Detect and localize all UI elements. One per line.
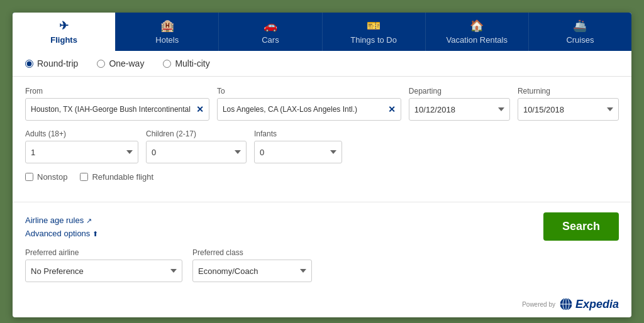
tabs-bar: ✈ Flights 🏨 Hotels 🚗 Cars 🎫 Things to Do… xyxy=(13,13,631,51)
cars-icon: 🚗 xyxy=(264,19,277,33)
from-input-wrapper[interactable]: ✕ xyxy=(25,98,209,121)
expedia-name: Expedia xyxy=(575,298,619,311)
things-icon: 🎫 xyxy=(367,19,380,33)
links-search-row: Airline age rules ↗ Advanced options ⬆ S… xyxy=(13,209,631,244)
oneway-radio[interactable] xyxy=(97,60,105,68)
rentals-icon: 🏠 xyxy=(470,19,484,33)
search-button[interactable]: Search xyxy=(543,212,619,241)
preferred-airline-group: Preferred airline No Preference American… xyxy=(25,248,182,282)
tab-cars[interactable]: 🚗 Cars xyxy=(219,13,322,51)
adults-select[interactable]: 12345 xyxy=(25,141,138,163)
tab-hotels-label: Hotels xyxy=(155,35,179,45)
children-field-group: Children (2-17) 0123 xyxy=(146,129,247,163)
advanced-form-row: Preferred airline No Preference American… xyxy=(25,248,619,282)
returning-field-group: Returning 10/15/2018 xyxy=(518,87,619,121)
tab-flights[interactable]: ✈ Flights xyxy=(13,13,116,51)
location-row: From ✕ To ✕ Departing 10/12/2018 xyxy=(25,87,619,121)
nonstop-checkbox[interactable] xyxy=(25,173,33,181)
to-field-group: To ✕ xyxy=(217,87,401,121)
departing-label: Departing xyxy=(409,87,510,96)
preferred-class-group: Preferred class Economy/Coach Premium Ec… xyxy=(192,248,312,282)
tab-cruises[interactable]: 🚢 Cruises xyxy=(529,13,631,51)
expedia-logo: Expedia xyxy=(559,297,619,311)
returning-label: Returning xyxy=(518,87,619,96)
roundtrip-option[interactable]: Round-trip xyxy=(25,58,78,68)
adults-field-group: Adults (18+) 12345 xyxy=(25,129,138,163)
infants-label: Infants xyxy=(254,129,342,138)
trip-type-bar: Round-trip One-way Multi-city xyxy=(13,51,631,77)
form-divider xyxy=(13,202,631,202)
infants-field-group: Infants 012 xyxy=(254,129,342,163)
to-label: To xyxy=(217,87,401,96)
powered-by-text: Powered by xyxy=(522,301,555,308)
preferred-class-label: Preferred class xyxy=(192,248,312,257)
returning-select[interactable]: 10/15/2018 xyxy=(518,98,619,121)
preferred-airline-select[interactable]: No Preference American Airlines Delta Un… xyxy=(25,260,182,282)
oneway-option[interactable]: One-way xyxy=(97,58,144,68)
refundable-option[interactable]: Refundable flight xyxy=(80,172,153,182)
options-row: Nonstop Refundable flight xyxy=(25,172,619,182)
advanced-options-link[interactable]: Advanced options ⬆ xyxy=(25,229,98,238)
external-link-icon: ↗ xyxy=(86,217,92,224)
flights-icon: ✈ xyxy=(59,19,69,33)
tab-flights-label: Flights xyxy=(50,35,77,45)
flight-form: From ✕ To ✕ Departing 10/12/2018 xyxy=(13,77,631,195)
tab-cruises-label: Cruises xyxy=(566,35,594,45)
preferred-class-select[interactable]: Economy/Coach Premium Economy Business F… xyxy=(192,260,312,282)
multicity-radio[interactable] xyxy=(163,60,171,68)
booking-widget: ✈ Flights 🏨 Hotels 🚗 Cars 🎫 Things to Do… xyxy=(13,13,631,317)
adults-label: Adults (18+) xyxy=(25,129,138,138)
multicity-label: Multi-city xyxy=(175,58,209,68)
tab-hotels[interactable]: 🏨 Hotels xyxy=(116,13,219,51)
children-select[interactable]: 0123 xyxy=(146,141,247,163)
chevron-up-icon: ⬆ xyxy=(92,230,98,238)
to-input-wrapper[interactable]: ✕ xyxy=(217,98,401,121)
search-button-label: Search xyxy=(562,220,600,233)
to-input[interactable] xyxy=(223,105,386,114)
cruises-icon: 🚢 xyxy=(573,19,587,33)
tab-vacation-rentals[interactable]: 🏠 Vacation Rentals xyxy=(426,13,529,51)
tab-things-to-do[interactable]: 🎫 Things to Do xyxy=(323,13,426,51)
nonstop-label: Nonstop xyxy=(37,172,67,182)
roundtrip-radio[interactable] xyxy=(25,60,33,68)
airline-age-rules-link[interactable]: Airline age rules ↗ xyxy=(25,216,98,225)
multicity-option[interactable]: Multi-city xyxy=(163,58,209,68)
children-label: Children (2-17) xyxy=(146,129,247,138)
roundtrip-label: Round-trip xyxy=(37,58,78,68)
departing-field-group: Departing 10/12/2018 xyxy=(409,87,510,121)
from-input[interactable] xyxy=(31,105,194,114)
links-group: Airline age rules ↗ Advanced options ⬆ xyxy=(25,216,98,238)
branding-row: Powered by Expedia xyxy=(13,292,631,317)
refundable-label: Refundable flight xyxy=(92,172,153,182)
infants-select[interactable]: 012 xyxy=(254,141,342,163)
refundable-checkbox[interactable] xyxy=(80,173,88,181)
tab-things-label: Things to Do xyxy=(350,35,397,45)
hotels-icon: 🏨 xyxy=(160,19,174,33)
tab-cars-label: Cars xyxy=(262,35,279,45)
expedia-globe-icon xyxy=(559,297,573,311)
passengers-row: Adults (18+) 12345 Children (2-17) 0123 … xyxy=(25,129,619,163)
departing-select[interactable]: 10/12/2018 xyxy=(409,98,510,121)
from-label: From xyxy=(25,87,209,96)
oneway-label: One-way xyxy=(109,58,144,68)
tab-rentals-label: Vacation Rentals xyxy=(447,35,508,45)
from-clear-button[interactable]: ✕ xyxy=(196,104,204,114)
from-field-group: From ✕ xyxy=(25,87,209,121)
advanced-options-panel: Preferred airline No Preference American… xyxy=(13,244,631,292)
nonstop-option[interactable]: Nonstop xyxy=(25,172,67,182)
preferred-airline-label: Preferred airline xyxy=(25,248,182,257)
to-clear-button[interactable]: ✕ xyxy=(388,104,396,114)
